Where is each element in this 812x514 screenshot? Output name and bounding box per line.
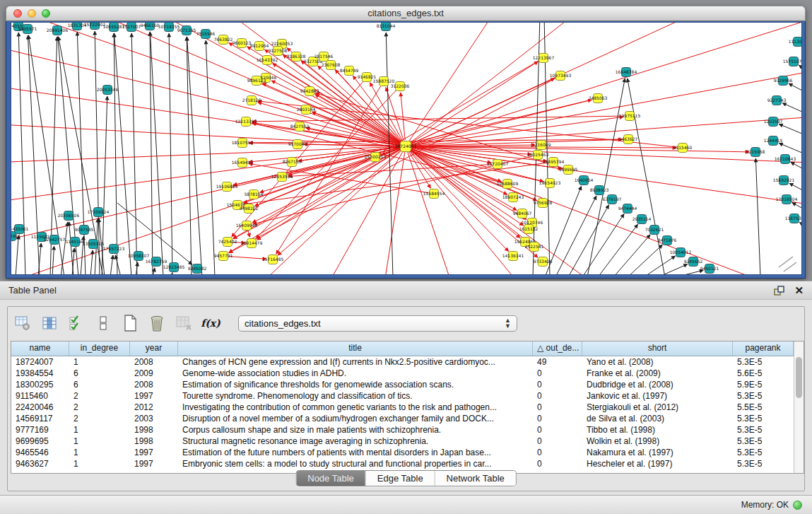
graph-node[interactable]: 1167531 [785,214,801,223]
graph-node[interactable]: 7485063 [589,94,608,103]
graph-node[interactable]: 3915911 [11,232,21,241]
graph-node[interactable]: 10054012 [670,248,692,257]
table-row[interactable]: 946554611997Estimation of the future num… [11,447,804,458]
graph-node[interactable]: 9684067 [513,209,532,218]
graph-node[interactable]: 20206506 [58,211,80,221]
graph-node[interactable]: 9466160 [141,23,160,30]
memory-status-icon[interactable] [793,501,802,510]
header-cell-year[interactable]: year [130,341,178,356]
graph-node[interactable]: 8471876 [658,236,677,245]
graph-node[interactable]: 9474444 [618,204,637,214]
table-row[interactable]: 1938455462009Genome-wide association stu… [11,368,804,379]
graph-node[interactable]: 12353594 [271,173,293,182]
graph-node[interactable]: 8912954 [250,42,269,51]
graph-node[interactable]: 12213393 [235,117,257,127]
graph-node[interactable]: 10688609 [497,180,519,189]
graph-node[interactable]: 7515546 [196,30,216,39]
header-cell-pagerank[interactable]: pagerank [733,341,794,356]
graph-node[interactable]: 8131044 [377,23,396,31]
header-cell-short[interactable]: short [582,341,733,356]
graph-node[interactable]: 9450121 [700,264,719,274]
graph-node[interactable]: 1527007 [122,23,141,32]
table-select[interactable]: citations_edges.txt ▲▼ [238,315,517,332]
graph-node[interactable]: 16549495 [232,158,254,168]
window-titlebar[interactable]: citations_edges.txt [6,6,806,21]
graph-node[interactable]: 19654923 [539,179,561,188]
graph-node[interactable]: 3122036 [391,82,410,91]
tab-network-table[interactable]: Network Table [435,471,516,486]
header-cell-name[interactable]: name [11,341,69,356]
row-mode-button[interactable] [94,314,112,332]
graph-node[interactable]: 16914479 [241,239,263,248]
graph-node[interactable]: 9699695 [559,165,578,175]
graph-node[interactable]: 8454749 [340,66,359,76]
tab-edge-table[interactable]: Edge Table [366,471,435,486]
graph-node[interactable]: 15716485 [262,255,284,264]
graph-node[interactable]: 18907243 [502,193,524,202]
float-panel-button[interactable] [773,285,784,296]
graph-node[interactable]: 20891406 [47,26,69,35]
select-all-button[interactable] [67,314,86,332]
graph-node[interactable]: 2522541 [525,243,544,252]
graph-node[interactable]: 12213967 [533,54,555,63]
graph-node[interactable]: 16409948 [236,221,258,230]
graph-node[interactable]: 16210643 [775,155,796,164]
table-row[interactable]: 969969511998Structural magnetic resonanc… [11,436,804,447]
resize-grip[interactable] [779,257,796,271]
graph-node[interactable]: 2367608 [322,61,341,70]
graph-node[interactable]: 20053346 [97,86,119,95]
graph-node[interactable]: 9405571 [18,25,37,34]
graph-node[interactable]: 13505115 [83,240,105,249]
graph-node[interactable]: 8267150 [283,158,302,167]
graph-node[interactable]: 1244415 [764,136,783,146]
table-row[interactable]: 911546021997Tourette syndrome. Phenomeno… [11,390,804,402]
graph-node[interactable]: 9170045 [288,140,307,149]
network-canvas[interactable]: 1872400776638229660123891295422260053912… [11,23,801,274]
graph-node[interactable]: 2718126 [242,96,261,105]
table-row[interactable]: 2242004622012Investigating the contribut… [11,402,804,413]
graph-node[interactable]: 8215958 [746,148,765,157]
delete-table-button[interactable] [175,314,193,332]
graph-node[interactable]: 17359024 [88,208,110,217]
graph-node[interactable]: 9245082 [188,264,207,274]
graph-node[interactable]: 1203587 [764,117,783,127]
graph-node[interactable]: 9242843 [300,87,319,96]
table-row[interactable]: 1872400712008Changes of HCN gene express… [11,356,804,368]
graph-node[interactable]: 7663822 [214,35,233,45]
graph-node[interactable]: 17957223 [103,245,125,254]
table-row[interactable]: 1830029562008Estimation of significance … [11,379,804,390]
graph-node[interactable]: 1615132 [519,225,539,234]
graph-node[interactable]: 9671355 [177,26,196,35]
graph-node[interactable]: 7425402 [218,238,237,247]
network-view[interactable]: 1872400776638229660123891295422260053912… [11,22,802,275]
graph-node[interactable]: 8938923 [590,186,609,195]
graph-node[interactable]: 9097585 [75,226,94,235]
zoom-window-button[interactable] [42,9,50,18]
graph-node[interactable]: 12975115 [619,112,641,121]
graph-node[interactable]: 5878154 [245,190,264,199]
graph-node[interactable]: 4498222 [240,204,259,214]
graph-node[interactable]: 15584554 [423,189,445,199]
graph-node[interactable]: 2935114 [632,215,652,224]
graph-node[interactable]: 16543392 [257,56,278,65]
close-window-button[interactable] [13,9,22,18]
graph-node[interactable]: 12923485 [163,263,185,272]
graph-node[interactable]: 15692921 [773,176,795,185]
table-row[interactable]: 977716911998Corpus callosum shape and si… [11,424,804,436]
graph-node[interactable]: 7032621 [645,226,664,235]
graph-node[interactable]: 6379197 [603,195,622,204]
graph-node[interactable]: 12942757 [44,235,66,245]
graph-node[interactable]: 2803144 [297,105,316,115]
header-cell-out_de[interactable]: △ out_de... [533,341,582,356]
graph-node[interactable]: 16648784 [616,68,637,77]
new-column-button[interactable] [121,314,139,332]
table-mode-button[interactable] [13,314,32,332]
close-panel-button[interactable]: ✕ [794,284,804,297]
minimize-window-button[interactable] [28,9,36,18]
graph-node[interactable]: 9457791 [214,252,233,261]
graph-node[interactable]: 17016504 [776,195,798,204]
header-cell-in_degree[interactable]: in_degree [69,341,130,356]
function-builder-button[interactable]: f(x) [201,314,220,332]
table-row[interactable]: 946362711997Embryonic stem cells: a mode… [11,458,804,469]
graph-node[interactable]: 15751074 [783,57,801,66]
